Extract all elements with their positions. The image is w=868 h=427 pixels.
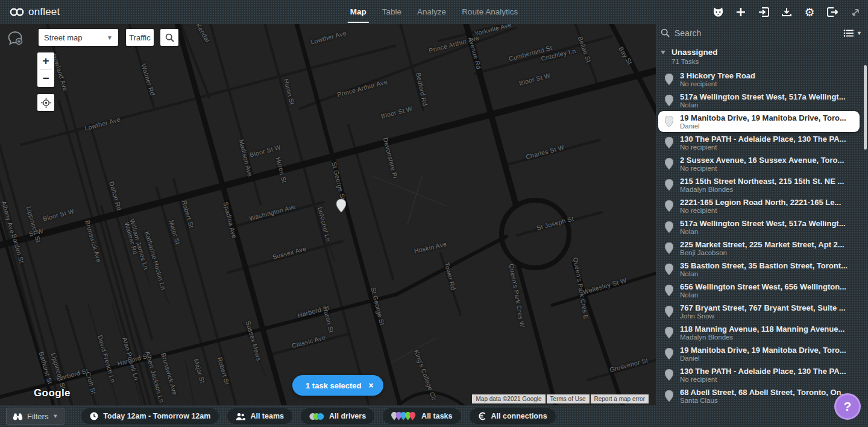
task-title: 517a Wellington Street West, 517a Wellin… [680, 92, 846, 101]
map-type-select[interactable]: Street map ▼ [39, 29, 118, 46]
task-recipient: No recipient [680, 144, 846, 151]
task-recipient: No recipient [680, 376, 846, 383]
import-icon[interactable] [757, 5, 770, 19]
onfleet-logo[interactable]: onfleet [0, 6, 133, 18]
traffic-label: Traffic [129, 33, 150, 42]
task-recipient: No recipient [680, 165, 844, 172]
dispatch-dog-icon[interactable] [711, 5, 725, 19]
task-recipient: Nolan [680, 270, 848, 277]
unassigned-group-header: Unassigned 71 Tasks [656, 42, 868, 69]
task-pin-icon [665, 242, 673, 254]
filter-pill-all-tasks[interactable]: All tasks [383, 408, 461, 424]
collapse-caret-icon[interactable] [661, 51, 665, 54]
google-logo: Google [34, 387, 71, 399]
task-row[interactable]: 517a Wellington Street West, 517a Wellin… [656, 217, 868, 238]
map-task-pin-icon[interactable] [336, 199, 346, 212]
task-row[interactable]: 35 Bastion Street, 35 Bastion Street, To… [656, 259, 868, 280]
group-count: 71 Tasks [671, 58, 718, 65]
locate-button[interactable] [37, 94, 54, 111]
terms-of-use-link[interactable]: Terms of Use [547, 394, 590, 403]
task-row[interactable]: 215 15th Street Northeast, 215 15th St. … [656, 174, 868, 195]
list-view-selector[interactable]: ▼ [843, 29, 862, 37]
task-title: 19 Manitoba Drive, 19 Manitoba Drive, To… [680, 113, 846, 122]
task-recipient: Daniel [680, 355, 846, 362]
download-icon[interactable] [780, 5, 793, 19]
task-title: 215 15th Street Northeast, 215 15th St. … [680, 177, 844, 186]
task-row[interactable]: 517a Wellington Street West, 517a Wellin… [656, 90, 868, 111]
task-row[interactable]: 130 The PATH - Adelaide Place, 130 The P… [656, 364, 868, 385]
help-button[interactable]: ? [834, 393, 861, 420]
task-sidebar: ▼ Unassigned 71 Tasks 3 Hickory Tree Roa… [656, 24, 868, 405]
list-icon [843, 29, 854, 37]
task-title: 225 Market Street, 225 Market Street, Ap… [680, 240, 844, 249]
task-title: 118 Manning Avenue, 118 Manning Avenue..… [680, 324, 844, 334]
tab-analyze[interactable]: Analyze [417, 0, 446, 24]
task-pin-icon [665, 264, 673, 275]
filter-pill-all-drivers[interactable]: All drivers [301, 408, 374, 424]
task-pin-icon [665, 306, 673, 317]
task-title: 68 Abell Street, 68 Abell Street, Toront… [680, 388, 848, 397]
map-canvas[interactable]: KendalLowther AvePrince Arthur AveYorkvi… [0, 24, 656, 405]
filter-pill-all-teams[interactable]: All teams [227, 408, 292, 424]
report-map-error-link[interactable]: Report a map error [591, 394, 649, 403]
task-row[interactable]: 767 Bryant Street, 767 Bryant Street, Su… [656, 301, 868, 322]
task-pin-icon [665, 285, 673, 296]
map-data-credit: Map data ©2021 Google [472, 394, 545, 403]
tab-route-analytics[interactable]: Route Analytics [462, 0, 518, 24]
settings-gear-icon[interactable]: ⚙ [803, 5, 816, 19]
task-row[interactable]: 19 Manitoba Drive, 19 Manitoba Drive, To… [658, 111, 860, 132]
task-recipient: Nolan [680, 228, 846, 235]
task-pin-icon [665, 327, 673, 338]
pill-label: All tasks [421, 412, 452, 420]
task-pin-icon [665, 74, 673, 85]
crosshair-icon [41, 98, 51, 108]
task-pin-icon [665, 200, 673, 212]
add-icon[interactable] [734, 5, 747, 19]
map-type-value: Street map [44, 33, 83, 42]
zoom-in-button[interactable]: + [37, 52, 54, 69]
task-title: 2 Sussex Avenue, 16 Sussex Avenue, Toro.… [680, 156, 844, 165]
connections-icon [478, 412, 486, 420]
close-icon[interactable]: × [369, 381, 374, 390]
chat-bubble-add-icon[interactable] [6, 29, 24, 47]
expand-icon[interactable] [849, 5, 862, 19]
task-recipient: Madalyn Blondes [680, 334, 844, 341]
filter-pill-today-12am-tomorrow-12am[interactable]: Today 12am - Tomorrow 12am [81, 408, 219, 424]
filter-pill-all-connections[interactable]: All connections [470, 408, 556, 424]
task-recipient: No recipient [680, 80, 755, 87]
filters-button[interactable]: Filters ▼ [6, 408, 64, 425]
task-pin-icon [665, 179, 673, 191]
task-pin-icon [665, 369, 673, 381]
sidebar-scrollbar[interactable] [864, 65, 867, 150]
task-row[interactable]: 3 Hickory Tree RoadNo recipient [656, 69, 868, 90]
task-recipient: Nolan [680, 101, 846, 109]
pill-label: All connections [491, 412, 547, 420]
task-row[interactable]: 19 Manitoba Drive, 19 Manitoba Drive, To… [656, 343, 868, 364]
search-icon [165, 33, 174, 42]
task-row[interactable]: 2 Sussex Avenue, 16 Sussex Avenue, Toro.… [656, 153, 868, 174]
tab-map[interactable]: Map [350, 0, 366, 24]
logo-text: onfleet [28, 6, 60, 18]
task-row[interactable]: 656 Wellington Street West, 656 Wellingt… [656, 280, 868, 301]
binoculars-icon [13, 413, 23, 420]
top-nav: onfleet MapTableAnalyzeRoute Analytics ⚙ [0, 0, 868, 24]
infinity-logo-icon [10, 7, 24, 17]
task-title: 656 Wellington Street West, 656 Wellingt… [680, 282, 846, 291]
task-row[interactable]: 2221-165 Legion Road North, 2221-165 Le.… [656, 195, 868, 217]
search-input[interactable] [675, 28, 843, 38]
pill-label: All drivers [329, 412, 366, 420]
map-search-button[interactable] [160, 29, 178, 46]
selection-pill: 1 task selected × [292, 375, 383, 396]
sidebar-search-row: ▼ [656, 24, 868, 42]
zoom-out-button[interactable]: − [37, 70, 54, 87]
task-row[interactable]: 118 Manning Avenue, 118 Manning Avenue..… [656, 322, 868, 343]
task-title: 130 The PATH - Adelaide Place, 130 The P… [680, 134, 846, 144]
tab-table[interactable]: Table [382, 0, 401, 24]
group-name: Unassigned [671, 48, 718, 57]
sign-out-icon[interactable] [826, 5, 839, 19]
traffic-button[interactable]: Traffic [126, 29, 154, 46]
task-row[interactable]: 225 Market Street, 225 Market Street, Ap… [656, 238, 868, 259]
task-row[interactable]: 130 The PATH - Adelaide Place, 130 The P… [656, 132, 868, 153]
task-recipient: Benji Jacobson [680, 249, 844, 256]
task-title: 130 The PATH - Adelaide Place, 130 The P… [680, 367, 846, 376]
